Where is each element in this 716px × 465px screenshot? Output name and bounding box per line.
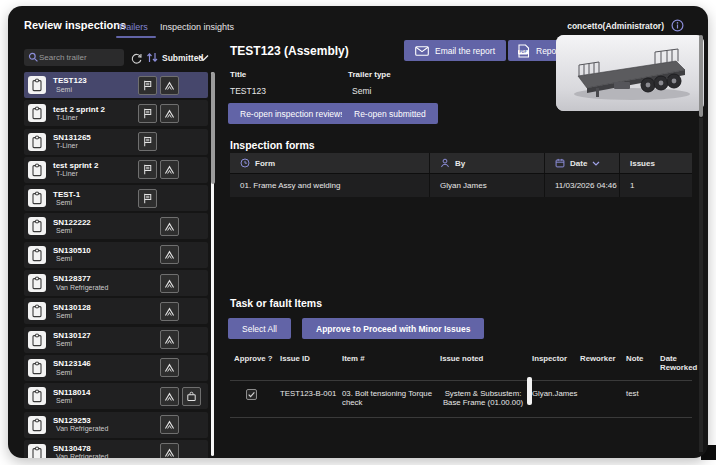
approve-checkbox[interactable] — [246, 389, 257, 400]
workshop-action-icon[interactable] — [160, 274, 179, 293]
form-date-cell: 11/03/2026 04:46 — [545, 174, 620, 197]
trailer-thumb-icon — [28, 302, 46, 320]
trailer-thumb-icon — [28, 217, 46, 235]
column-reworker: Reworker — [576, 354, 620, 372]
email-report-button[interactable]: Email the report — [404, 40, 506, 61]
sidebar-scrollbar-thumb[interactable] — [211, 72, 215, 184]
main-scrollbar-track[interactable] — [699, 118, 703, 452]
list-item-trailer[interactable]: SN130510Semi — [24, 242, 208, 268]
form-action-icon[interactable] — [138, 160, 157, 179]
task-fault-heading: Task or fault Items — [230, 297, 322, 309]
form-action-icon[interactable] — [138, 132, 157, 151]
task-fault-table: Approve ? Issue ID Item # Issue noted In… — [230, 348, 692, 418]
workshop-action-icon[interactable] — [160, 415, 179, 434]
form-action-icon[interactable] — [138, 189, 157, 208]
svg-text:PDF: PDF — [519, 50, 527, 54]
list-item-trailer[interactable]: SN118014Semi — [24, 383, 208, 409]
list-item-trailer[interactable]: SN130128Semi — [24, 298, 208, 324]
form-action-icon[interactable] — [138, 104, 157, 123]
form-issues-cell: 1 — [620, 174, 692, 197]
person-icon — [440, 158, 450, 168]
workshop-action-icon[interactable] — [160, 443, 179, 458]
column-issue-id: Issue ID — [276, 354, 336, 372]
trailer-thumb-icon — [28, 246, 46, 264]
search-input[interactable] — [39, 53, 120, 62]
trailer-image — [556, 35, 704, 111]
task-table-header-row: Approve ? Issue ID Item # Issue noted In… — [230, 348, 692, 381]
list-item-trailer[interactable]: test 2 sprint 2T-Liner — [24, 100, 208, 126]
refresh-button[interactable] — [128, 50, 144, 66]
list-item-trailer[interactable]: TEST123Semi — [24, 72, 208, 98]
info-icon[interactable] — [671, 19, 684, 32]
chevron-down-icon[interactable] — [198, 54, 209, 62]
reopen-inspection-reviews-button[interactable]: Re-open inspection reviews — [228, 103, 356, 124]
trailer-thumb-icon — [28, 133, 46, 151]
reopen-submitted-button[interactable]: Re-open submitted — [342, 103, 438, 124]
column-approve: Approve ? — [230, 354, 274, 372]
column-date[interactable]: Date — [545, 153, 620, 173]
form-name-cell: 01. Frame Assy and welding — [230, 174, 430, 197]
trailer-thumb-icon — [28, 76, 46, 94]
inspection-form-row[interactable]: 01. Frame Assy and welding Glyan James 1… — [230, 173, 692, 197]
screenshot-stage: Review inspections Trailers Inspection i… — [0, 0, 716, 465]
issue-noted-cell: System & Subsustem: Base Frame (01.00.00… — [436, 389, 526, 407]
list-item-trailer[interactable]: SN130478Van Refrigerated — [24, 440, 208, 458]
list-item-trailer[interactable]: test sprint 2T-Liner — [24, 157, 208, 183]
list-item-trailer[interactable]: SN129253Van Refrigerated — [24, 412, 208, 438]
workshop-action-icon[interactable] — [160, 160, 179, 179]
workshop-action-icon[interactable] — [160, 302, 179, 321]
search-trailer-box[interactable] — [24, 49, 124, 66]
sort-icon[interactable] — [146, 50, 159, 65]
tab-inspection-insights[interactable]: Inspection insights — [160, 22, 234, 32]
trailer-type-field-label: Trailer type — [348, 70, 391, 79]
list-item-trailer[interactable]: SN123146Semi — [24, 355, 208, 381]
workshop-action-icon[interactable] — [160, 217, 179, 236]
workshop-action-icon[interactable] — [160, 245, 179, 264]
column-date-reworked: Date Reworked — [656, 354, 706, 372]
pdf-icon: PDF — [517, 44, 530, 58]
trailer-type-field-value: Semi — [352, 86, 371, 96]
workshop-action-icon[interactable] — [160, 104, 179, 123]
column-issues[interactable]: Issues — [620, 153, 692, 173]
search-icon — [28, 52, 39, 63]
workshop-action-icon[interactable] — [160, 387, 179, 406]
bag-action-icon[interactable] — [182, 387, 201, 406]
form-by-cell: Glyan James — [430, 174, 545, 197]
inspection-forms-heading: Inspection forms — [230, 139, 315, 151]
approve-minor-issues-button[interactable]: Approve to Proceed with Minor Issues — [302, 318, 484, 339]
list-item-trailer[interactable]: SN122222Semi — [24, 213, 208, 239]
app-window: Review inspections Trailers Inspection i… — [8, 6, 708, 458]
current-user-label: concetto(Administrator) — [567, 21, 664, 31]
inspection-forms-header-row: Form By Date Issues — [230, 153, 692, 173]
tab-trailers[interactable]: Trailers — [118, 22, 148, 32]
column-by[interactable]: By — [430, 153, 545, 173]
inspection-forms-table: Form By Date Issues 01. Frame Assy and w… — [230, 153, 692, 197]
page-title: TEST123 (Assembly) — [230, 44, 349, 58]
workshop-action-icon[interactable] — [160, 330, 179, 349]
column-inspector: Inspector — [528, 354, 574, 372]
list-item-trailer[interactable]: SN128377Van Refrigerated — [24, 270, 208, 296]
form-action-icon[interactable] — [138, 76, 157, 95]
inspector-cell: Glyan.James — [528, 389, 574, 398]
trailer-thumb-icon — [28, 387, 46, 405]
calendar-icon — [555, 158, 565, 168]
workshop-action-icon[interactable] — [160, 76, 179, 95]
list-item-trailer[interactable]: SN131265T-Liner — [24, 129, 208, 155]
select-all-button[interactable]: Select All — [228, 318, 291, 339]
item-cell: 03. Bolt tensioning Torque check — [338, 389, 434, 407]
column-note: Note — [622, 354, 654, 372]
task-row[interactable]: TEST123-B-001 03. Bolt tensioning Torque… — [230, 381, 692, 418]
trailer-thumb-icon — [28, 359, 46, 377]
column-form[interactable]: Form — [230, 153, 430, 173]
clock-icon — [240, 158, 250, 168]
list-item-trailer[interactable]: SN130127Semi — [24, 327, 208, 353]
check-icon — [247, 390, 256, 399]
main-scrollbar-thumb[interactable] — [699, 35, 703, 117]
workshop-action-icon[interactable] — [160, 358, 179, 377]
trailer-thumb-icon — [28, 189, 46, 207]
app-title: Review inspections — [24, 19, 126, 31]
title-field-value: TEST123 — [230, 86, 266, 96]
issue-noted-scrollbar[interactable] — [527, 377, 532, 405]
trailer-thumb-icon — [28, 331, 46, 349]
list-item-trailer[interactable]: TEST-1Semi — [24, 185, 208, 211]
